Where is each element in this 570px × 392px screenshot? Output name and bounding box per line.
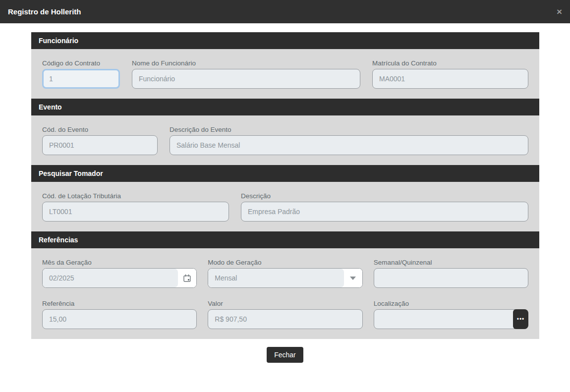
section-funcionario-header: Funcionário (31, 32, 539, 49)
codigo-contrato-input[interactable] (42, 69, 120, 89)
modo-geracao-dropdown[interactable] (208, 268, 362, 288)
chevron-down-icon[interactable] (344, 269, 362, 287)
section-referencias: Referências Mês da Geração (31, 231, 539, 339)
cod-lotacao-label: Cód. de Lotação Tributária (42, 192, 229, 200)
localizacao-input[interactable] (374, 309, 528, 329)
section-pesquisar-tomador-header: Pesquisar Tomador (31, 165, 539, 182)
cod-evento-input[interactable] (42, 135, 158, 155)
matricula-contrato-input[interactable] (372, 69, 528, 89)
valor-label: Valor (208, 300, 362, 307)
modal-footer: Fechar (0, 347, 570, 363)
descricao-evento-input[interactable] (170, 135, 528, 155)
nome-funcionario-input[interactable] (132, 69, 360, 89)
mes-geracao-datepicker (42, 268, 197, 288)
section-evento-header: Evento (31, 99, 539, 115)
cod-evento-label: Cód. do Evento (42, 126, 158, 133)
modo-geracao-label: Modo de Geração (208, 259, 362, 266)
descricao-evento-field: Descrição do Evento (170, 126, 528, 155)
descricao-tomador-label: Descrição (241, 192, 528, 200)
localizacao-picker: ••• (374, 309, 528, 329)
valor-input[interactable] (208, 309, 362, 329)
section-evento-body: Cód. do Evento Descrição do Evento (31, 115, 539, 165)
localizacao-field: Localização ••• (374, 300, 528, 329)
matricula-contrato-field: Matrícula do Contrato (372, 59, 528, 89)
section-funcionario: Funcionário Código do Contrato Nome do F… (31, 32, 539, 99)
nome-funcionario-field: Nome do Funcionário (132, 59, 360, 89)
modal-header: Registro de Hollerith × (0, 0, 570, 23)
semanal-quinzenal-label: Semanal/Quinzenal (374, 259, 528, 266)
referencia-field: Referência (42, 300, 197, 329)
close-icon[interactable]: × (557, 7, 562, 16)
codigo-contrato-field: Código do Contrato (42, 59, 120, 89)
registro-hollerith-modal: Registro de Hollerith × Funcionário Códi… (0, 0, 570, 363)
valor-field: Valor (208, 300, 362, 329)
descricao-tomador-field: Descrição (241, 192, 528, 222)
cod-lotacao-input[interactable] (42, 202, 229, 222)
section-pesquisar-tomador-body: Cód. de Lotação Tributária Descrição (31, 182, 539, 231)
nome-funcionario-label: Nome do Funcionário (132, 59, 360, 67)
semanal-quinzenal-field: Semanal/Quinzenal (374, 259, 528, 288)
section-referencias-body: Mês da Geração (31, 248, 539, 339)
cod-lotacao-field: Cód. de Lotação Tributária (42, 192, 229, 222)
localizacao-search-button[interactable]: ••• (513, 309, 528, 329)
modal-title: Registro de Hollerith (8, 7, 557, 16)
modal-body: Funcionário Código do Contrato Nome do F… (31, 32, 539, 339)
referencia-input[interactable] (42, 309, 197, 329)
section-funcionario-body: Código do Contrato Nome do Funcionário M… (31, 49, 539, 99)
ellipsis-icon: ••• (517, 316, 525, 323)
cod-evento-field: Cód. do Evento (42, 126, 158, 155)
section-evento: Evento Cód. do Evento Descrição do Event… (31, 99, 539, 165)
matricula-contrato-label: Matrícula do Contrato (372, 59, 528, 67)
mes-geracao-input[interactable] (43, 269, 178, 287)
modo-geracao-field: Modo de Geração (208, 259, 362, 288)
mes-geracao-label: Mês da Geração (42, 259, 197, 266)
modo-geracao-value[interactable] (208, 269, 343, 287)
section-referencias-header: Referências (31, 231, 539, 248)
fechar-button[interactable]: Fechar (267, 347, 303, 363)
referencia-label: Referência (42, 300, 197, 307)
descricao-tomador-input[interactable] (241, 202, 528, 222)
descricao-evento-label: Descrição do Evento (170, 126, 528, 133)
section-pesquisar-tomador: Pesquisar Tomador Cód. de Lotação Tribut… (31, 165, 539, 231)
mes-geracao-field: Mês da Geração (42, 259, 197, 288)
calendar-icon[interactable] (178, 269, 196, 287)
semanal-quinzenal-input[interactable] (374, 268, 528, 288)
localizacao-label: Localização (374, 300, 528, 307)
codigo-contrato-label: Código do Contrato (42, 59, 120, 67)
